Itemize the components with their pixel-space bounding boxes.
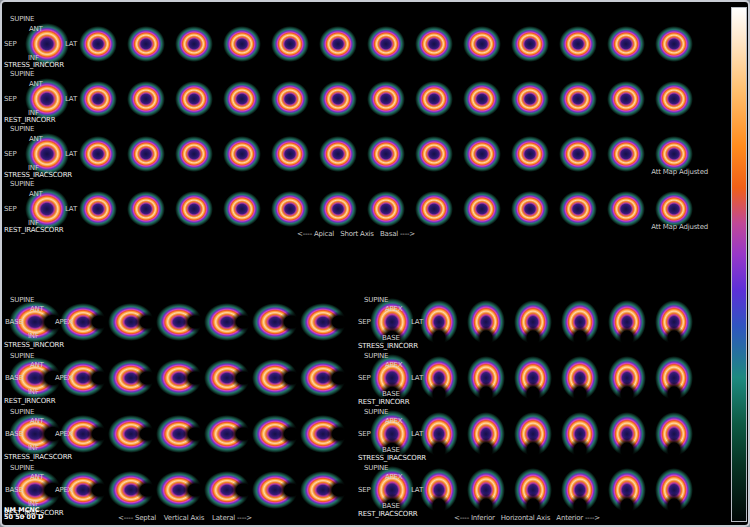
sa-slice[interactable] (607, 191, 645, 227)
sa-slice[interactable] (319, 136, 357, 172)
sa-slice[interactable] (319, 191, 357, 227)
hla-slice[interactable] (514, 412, 552, 456)
sa-slice[interactable] (511, 81, 549, 117)
sa-slice[interactable] (511, 26, 549, 62)
vla-slice[interactable] (252, 415, 298, 453)
sa-slice[interactable] (607, 26, 645, 62)
sa-slice[interactable] (367, 191, 405, 227)
hla-slice[interactable] (420, 468, 458, 512)
hla-slice[interactable] (467, 356, 505, 400)
sa-slice[interactable] (463, 81, 501, 117)
sa-slice[interactable] (223, 26, 261, 62)
sa-slice[interactable] (463, 136, 501, 172)
vla-slice[interactable] (300, 471, 346, 509)
vla-slice[interactable] (204, 359, 250, 397)
vla-slice[interactable] (252, 471, 298, 509)
hla-slice[interactable] (514, 300, 552, 344)
vla-slice[interactable] (300, 359, 346, 397)
sa-slice[interactable] (559, 81, 597, 117)
vla-slice[interactable] (204, 303, 250, 341)
vla-slice[interactable] (300, 303, 346, 341)
sa-slice[interactable] (655, 26, 693, 62)
hla-slice[interactable] (467, 412, 505, 456)
hla-slice[interactable] (420, 412, 458, 456)
vla-slice[interactable] (300, 415, 346, 453)
hla-slice[interactable] (608, 468, 646, 512)
sa-slice[interactable] (559, 191, 597, 227)
sa-slice[interactable] (175, 26, 213, 62)
sa-slice[interactable] (367, 26, 405, 62)
sa-slice[interactable] (559, 26, 597, 62)
sa-slice[interactable] (415, 191, 453, 227)
sa-slice[interactable] (463, 191, 501, 227)
sa-slice[interactable] (127, 136, 165, 172)
sa-slice[interactable] (223, 81, 261, 117)
sa-slice[interactable] (79, 81, 117, 117)
vla-slice[interactable] (252, 359, 298, 397)
hla-slice[interactable] (608, 300, 646, 344)
vla-slice[interactable] (156, 359, 202, 397)
vla-slice[interactable] (204, 415, 250, 453)
sa-slice[interactable] (271, 81, 309, 117)
sa-slice[interactable] (127, 81, 165, 117)
vla-slice[interactable] (204, 471, 250, 509)
sa-slice[interactable] (127, 26, 165, 62)
sa-slice[interactable] (271, 136, 309, 172)
vla-slice[interactable] (108, 415, 154, 453)
sa-slice[interactable] (607, 81, 645, 117)
vla-slice[interactable] (108, 359, 154, 397)
sa-slice[interactable] (559, 136, 597, 172)
hla-slice[interactable] (420, 356, 458, 400)
hla-slice[interactable] (608, 356, 646, 400)
vla-slice[interactable] (156, 415, 202, 453)
sa-slice[interactable] (655, 191, 693, 227)
hla-slice[interactable] (514, 356, 552, 400)
hla-slice[interactable] (561, 356, 599, 400)
orientation-apex-label: APEX (55, 318, 72, 326)
sa-slice[interactable] (175, 81, 213, 117)
sa-slice[interactable] (175, 136, 213, 172)
sa-slice[interactable] (607, 136, 645, 172)
hla-slice[interactable] (514, 468, 552, 512)
sa-slice[interactable] (79, 191, 117, 227)
sa-slice[interactable] (655, 81, 693, 117)
sa-slice[interactable] (223, 191, 261, 227)
hla-slice[interactable] (608, 412, 646, 456)
sa-slice[interactable] (463, 26, 501, 62)
hla-slice[interactable] (655, 356, 693, 400)
vla-slice[interactable] (108, 303, 154, 341)
vla-slice[interactable] (108, 471, 154, 509)
hla-slice[interactable] (420, 300, 458, 344)
sa-slice[interactable] (79, 136, 117, 172)
sa-slice[interactable] (79, 26, 117, 62)
sa-slice[interactable] (511, 136, 549, 172)
hla-slice[interactable] (561, 468, 599, 512)
hla-slice[interactable] (467, 300, 505, 344)
caption-inferior: <---- Inferior (454, 514, 495, 522)
sa-slice[interactable] (223, 136, 261, 172)
sa-slice[interactable] (367, 81, 405, 117)
sa-slice[interactable] (175, 191, 213, 227)
sa-slice[interactable] (511, 191, 549, 227)
hla-slice[interactable] (467, 468, 505, 512)
color-scale-bar[interactable] (731, 7, 747, 522)
sa-slice[interactable] (271, 26, 309, 62)
hla-slice[interactable] (655, 300, 693, 344)
hla-slice[interactable] (655, 468, 693, 512)
sa-slice[interactable] (655, 136, 693, 172)
sa-slice[interactable] (367, 136, 405, 172)
sa-slice[interactable] (415, 26, 453, 62)
sa-slice[interactable] (415, 81, 453, 117)
orientation-sep-label: SEP (4, 95, 17, 103)
hla-slice[interactable] (561, 412, 599, 456)
vla-slice[interactable] (156, 303, 202, 341)
sa-slice[interactable] (415, 136, 453, 172)
hla-slice[interactable] (655, 412, 693, 456)
sa-slice[interactable] (319, 81, 357, 117)
hla-slice[interactable] (561, 300, 599, 344)
sa-slice[interactable] (271, 191, 309, 227)
sa-slice[interactable] (127, 191, 165, 227)
vla-slice[interactable] (156, 471, 202, 509)
vla-slice[interactable] (252, 303, 298, 341)
sa-slice[interactable] (319, 26, 357, 62)
